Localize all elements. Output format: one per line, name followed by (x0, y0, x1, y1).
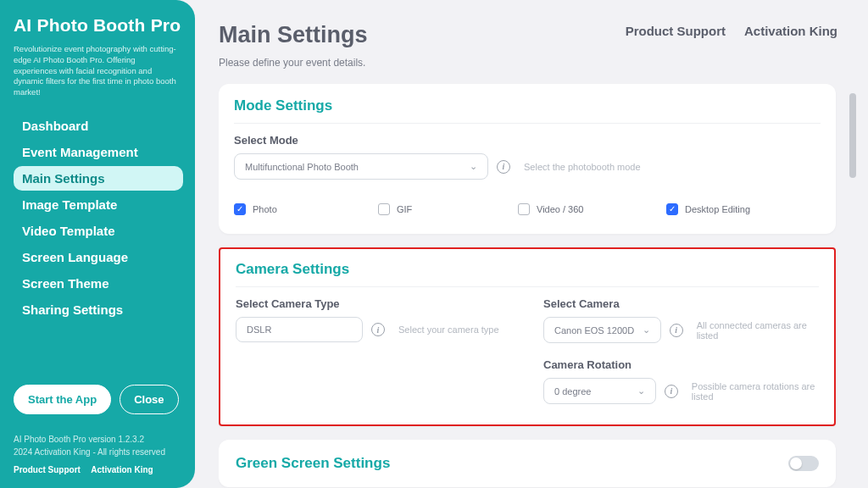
mode-settings-card: Mode Settings Select Mode Multifunctiona… (219, 84, 836, 234)
check-desktop-editing[interactable]: Desktop Editing (666, 203, 821, 215)
checkbox-icon[interactable] (666, 203, 678, 215)
camera-rotation-value: 0 degree (554, 386, 591, 396)
check-gif[interactable]: GIF (378, 203, 518, 215)
sidebar-buttons: Start the App Close (14, 385, 183, 414)
camera-type-label: Select Camera Type (236, 297, 511, 310)
page-subtitle: Please define your event details. (219, 57, 836, 69)
sidebar-footer: AI Photo Booth Pro version 1.2.3.2 2024 … (14, 433, 183, 476)
nav-video-template[interactable]: Video Template (14, 219, 183, 243)
select-camera-value: Canon EOS 1200D (554, 325, 634, 336)
camera-type-hint: Select your camera type (398, 324, 499, 335)
select-camera-label: Select Camera (543, 297, 819, 310)
nav-event-management[interactable]: Event Management (14, 140, 183, 164)
mode-checkboxes: Photo GIF Video / 360 Desktop Editing (234, 203, 821, 215)
nav-dashboard[interactable]: Dashboard (14, 114, 183, 138)
nav-screen-language[interactable]: Screen Language (14, 245, 183, 269)
chevron-down-icon: ⌄ (470, 161, 477, 172)
check-video-360[interactable]: Video / 360 (518, 203, 666, 215)
main-area: Product Support Activation King Main Set… (195, 0, 868, 488)
nav-screen-theme[interactable]: Screen Theme (14, 271, 183, 296)
checkbox-icon[interactable] (234, 203, 246, 215)
select-mode-hint: Select the photobooth mode (524, 162, 641, 172)
mode-settings-title: Mode Settings (234, 97, 821, 124)
camera-rotation-label: Camera Rotation (543, 358, 819, 371)
green-screen-card: Green Screen Settings (219, 440, 836, 487)
footer-version: AI Photo Booth Pro version 1.2.3.2 (14, 433, 183, 446)
chevron-down-icon: ⌄ (643, 324, 650, 336)
info-icon[interactable]: i (371, 323, 385, 336)
footer-copyright: 2024 Activation King - All rights reserv… (14, 446, 183, 458)
chevron-down-icon: ⌄ (637, 385, 645, 396)
close-button[interactable]: Close (120, 385, 178, 414)
camera-settings-title: Camera Settings (236, 261, 819, 287)
check-photo[interactable]: Photo (234, 203, 378, 215)
select-camera-hint: All connected cameras are listed (697, 320, 819, 341)
start-app-button[interactable]: Start the App (14, 385, 111, 414)
checkbox-icon[interactable] (378, 203, 390, 215)
link-activation-king[interactable]: Activation King (744, 24, 837, 38)
sidebar: AI Photo Booth Pro Revolutionize event p… (0, 0, 195, 488)
select-camera-dropdown[interactable]: Canon EOS 1200D ⌄ (543, 317, 661, 343)
nav-main-settings[interactable]: Main Settings (14, 166, 183, 191)
app-tagline: Revolutionize event photography with cut… (14, 44, 183, 98)
camera-rotation-dropdown[interactable]: 0 degree ⌄ (543, 378, 656, 404)
select-mode-label: Select Mode (234, 134, 821, 147)
scrollbar[interactable] (849, 93, 856, 437)
select-mode-dropdown[interactable]: Multifunctional Photo Booth ⌄ (234, 153, 488, 180)
camera-type-value: DSLR (247, 324, 271, 335)
footer-link-activation[interactable]: Activation King (91, 465, 153, 474)
green-screen-toggle[interactable] (788, 456, 819, 471)
app-brand: AI Photo Booth Pro (14, 15, 183, 36)
camera-settings-card: Camera Settings Select Camera Type DSLR … (219, 247, 836, 426)
scrollbar-thumb[interactable] (849, 93, 856, 178)
nav-sharing-settings[interactable]: Sharing Settings (14, 297, 183, 322)
select-mode-value: Multifunctional Photo Booth (245, 162, 359, 172)
green-screen-title: Green Screen Settings (236, 455, 390, 472)
info-icon[interactable]: i (665, 385, 678, 398)
camera-rotation-hint: Possible camera rotations are listed (692, 381, 819, 402)
header-links: Product Support Activation King (626, 24, 837, 38)
camera-type-dropdown[interactable]: DSLR (236, 317, 363, 342)
info-icon[interactable]: i (497, 160, 510, 174)
checkbox-icon[interactable] (518, 203, 530, 215)
link-product-support[interactable]: Product Support (626, 24, 726, 38)
nav-image-template[interactable]: Image Template (14, 192, 183, 217)
sidebar-nav: Dashboard Event Management Main Settings… (14, 114, 183, 322)
info-icon[interactable]: i (670, 324, 683, 337)
footer-link-support[interactable]: Product Support (14, 465, 81, 474)
